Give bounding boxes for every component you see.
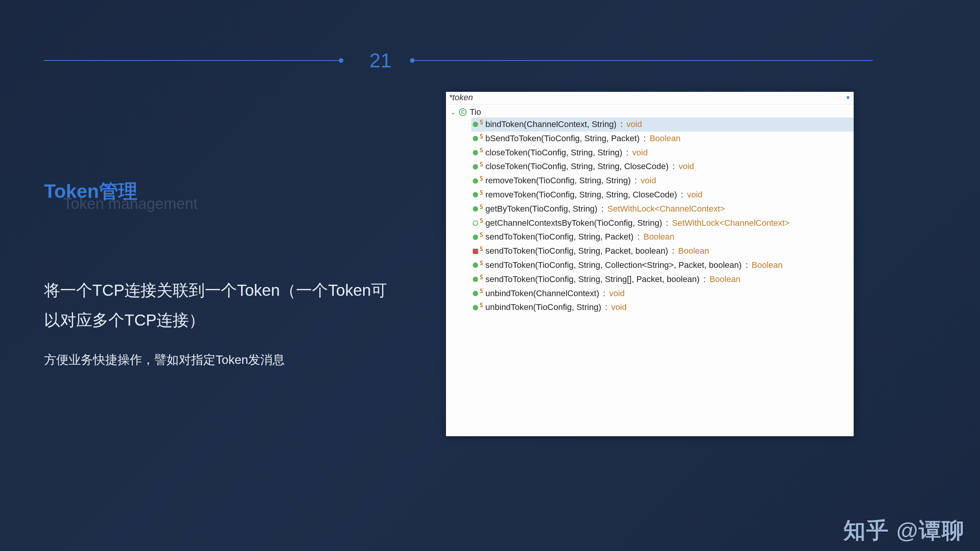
static-indicator-icon: S — [480, 161, 483, 169]
method-colon: : — [601, 288, 607, 300]
ide-outline-panel: *token ▼ ⌄ C Tio SbindToken(ChannelConte… — [446, 92, 854, 436]
static-indicator-icon: S — [480, 231, 483, 239]
method-colon: : — [702, 274, 707, 285]
method-row[interactable]: SunbindToken(ChannelContext):void — [471, 287, 854, 301]
method-colon: : — [744, 259, 749, 271]
method-visibility-icon — [473, 220, 478, 226]
method-colon: : — [633, 175, 638, 187]
page-number: 21 — [369, 49, 392, 72]
static-indicator-icon: S — [480, 217, 483, 225]
method-row[interactable]: SgetByToken(TioConfig, String):SetWithLo… — [471, 202, 854, 216]
top-divider: 21 — [0, 49, 980, 72]
method-signature: getByToken(TioConfig, String) — [485, 203, 598, 215]
method-signature: closeToken(TioConfig, String, String, Cl… — [485, 161, 669, 173]
method-row[interactable]: SsendToToken(TioConfig, String, Packet, … — [471, 244, 854, 258]
watermark: 知乎 @谭聊 — [843, 516, 965, 546]
static-indicator-icon: S — [480, 302, 483, 310]
method-row[interactable]: SunbindToken(TioConfig, String):void — [471, 300, 854, 315]
method-visibility-icon — [473, 192, 478, 197]
description-main: 将一个TCP连接关联到一个Token（一个Token可以对应多个TCP连接） — [44, 276, 389, 335]
method-visibility-icon — [473, 277, 478, 282]
method-row[interactable]: SbindToken(ChannelContext, String):void — [471, 117, 854, 132]
static-indicator-icon: S — [480, 175, 483, 183]
static-indicator-icon: S — [480, 203, 483, 211]
method-return-type: SetWithLock<ChannelContext> — [608, 203, 725, 215]
method-colon: : — [670, 245, 676, 257]
search-row[interactable]: *token ▼ — [446, 92, 854, 104]
outline-tree: ⌄ C Tio SbindToken(ChannelContext, Strin… — [446, 104, 854, 315]
method-return-type: void — [627, 119, 642, 130]
method-colon: : — [679, 189, 685, 201]
method-colon: : — [671, 161, 676, 173]
method-return-type: Boolean — [752, 259, 783, 271]
method-visibility-icon — [473, 206, 478, 212]
method-row[interactable]: SremoveToken(TioConfig, String, String):… — [471, 174, 854, 188]
method-return-type: Boolean — [650, 133, 681, 145]
static-indicator-icon: S — [480, 245, 483, 253]
method-row[interactable]: SsendToToken(TioConfig, String, Packet):… — [471, 230, 854, 244]
method-colon: : — [600, 203, 605, 215]
method-list: SbindToken(ChannelContext, String):voidS… — [471, 117, 854, 315]
description-sub: 方便业务快捷操作，譬如对指定Token发消息 — [44, 352, 389, 368]
class-icon: C — [459, 108, 467, 116]
heading-block: Token管理 Token management — [44, 180, 198, 212]
method-visibility-icon — [473, 235, 478, 240]
method-return-type: void — [687, 189, 702, 201]
method-row[interactable]: ScloseToken(TioConfig, String, String):v… — [471, 146, 854, 160]
method-colon: : — [619, 119, 624, 130]
method-signature: closeToken(TioConfig, String, String) — [485, 147, 622, 159]
method-row[interactable]: SbSendToToken(TioConfig, String, Packet)… — [471, 132, 854, 146]
class-name: Tio — [470, 107, 481, 117]
method-row[interactable]: ScloseToken(TioConfig, String, String, C… — [471, 160, 854, 174]
method-return-type: void — [609, 288, 624, 300]
method-return-type: void — [632, 147, 648, 159]
divider-line-right — [415, 60, 873, 61]
method-return-type: void — [679, 161, 694, 173]
method-signature: removeToken(TioConfig, String, String, C… — [485, 189, 677, 201]
method-signature: removeToken(TioConfig, String, String) — [485, 175, 630, 187]
method-visibility-icon — [473, 122, 478, 127]
method-colon: : — [642, 133, 647, 145]
method-return-type: void — [611, 302, 627, 313]
dropdown-icon[interactable]: ▼ — [845, 95, 851, 101]
method-colon: : — [604, 302, 609, 313]
method-signature: unbindToken(ChannelContext) — [485, 288, 599, 300]
method-row[interactable]: SremoveToken(TioConfig, String, String, … — [471, 188, 854, 202]
method-signature: getChannelContextsByToken(TioConfig, Str… — [485, 217, 662, 229]
method-row[interactable]: SsendToToken(TioConfig, String, Collecti… — [471, 258, 854, 272]
method-signature: sendToToken(TioConfig, String, String[],… — [485, 274, 699, 285]
method-signature: sendToToken(TioConfig, String, Collectio… — [485, 259, 742, 271]
method-signature: bSendToToken(TioConfig, String, Packet) — [485, 133, 640, 145]
search-input-text: *token — [449, 93, 473, 103]
method-colon: : — [636, 231, 641, 243]
method-return-type: Boolean — [709, 274, 740, 285]
static-indicator-icon: S — [480, 287, 483, 295]
method-signature: sendToToken(TioConfig, String, Packet) — [485, 231, 634, 243]
static-indicator-icon: S — [480, 147, 483, 155]
method-visibility-icon — [473, 164, 478, 170]
method-signature: unbindToken(TioConfig, String) — [485, 302, 601, 313]
static-indicator-icon: S — [480, 119, 483, 127]
method-visibility-icon — [473, 150, 478, 155]
method-row[interactable]: SgetChannelContextsByToken(TioConfig, St… — [471, 216, 854, 230]
method-signature: bindToken(ChannelContext, String) — [485, 119, 616, 130]
description-block: 将一个TCP连接关联到一个Token（一个Token可以对应多个TCP连接） 方… — [44, 276, 389, 368]
method-visibility-icon — [473, 305, 478, 310]
method-return-type: SetWithLock<ChannelContext> — [672, 217, 790, 229]
method-visibility-icon — [473, 249, 478, 254]
tree-class-node[interactable]: ⌄ C Tio — [448, 107, 854, 117]
method-visibility-icon — [473, 262, 478, 268]
static-indicator-icon: S — [480, 133, 483, 141]
divider-line-left — [44, 60, 339, 61]
method-return-type: Boolean — [644, 231, 675, 243]
method-signature: sendToToken(TioConfig, String, Packet, b… — [485, 245, 668, 257]
static-indicator-icon: S — [480, 259, 483, 267]
method-colon: : — [624, 147, 630, 159]
expand-icon[interactable]: ⌄ — [450, 109, 456, 116]
heading-subtitle: Token management — [63, 195, 198, 212]
method-visibility-icon — [473, 178, 478, 184]
method-visibility-icon — [473, 136, 478, 141]
method-row[interactable]: SsendToToken(TioConfig, String, String[]… — [471, 272, 854, 287]
method-visibility-icon — [473, 291, 478, 296]
method-colon: : — [664, 217, 670, 229]
